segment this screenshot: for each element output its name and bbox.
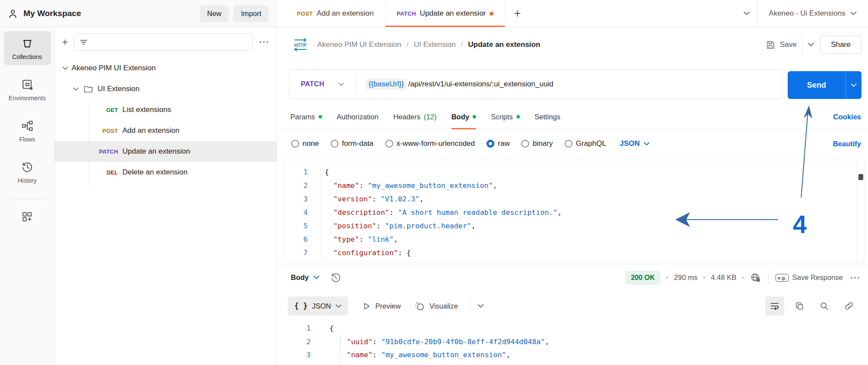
request-name: Update an extension — [122, 147, 190, 156]
response-view-selector[interactable]: Body — [291, 273, 319, 282]
tab-label: Authorization — [337, 113, 378, 121]
workspace-header: My Workspace New Import — [0, 0, 277, 27]
method-selector[interactable]: PATCH — [289, 80, 324, 88]
radio-icon[interactable] — [385, 140, 393, 148]
request-body-editor[interactable]: 1{2 "name": "my_awesome_button_extension… — [285, 160, 865, 262]
save-button[interactable]: Save — [766, 40, 797, 50]
rail-item-environments[interactable]: Environments — [4, 72, 51, 106]
collection-name: Akeneo PIM UI Extension — [72, 64, 156, 72]
line-number: 4 — [285, 206, 308, 219]
code-line: 1{ — [285, 322, 865, 335]
status-badge[interactable]: 200 OK — [625, 271, 661, 285]
rail-item-history[interactable]: History — [4, 155, 51, 189]
radio-icon[interactable] — [487, 140, 494, 148]
left-rail: CollectionsEnvironmentsFlowsHistory — [0, 27, 55, 365]
radio-icon[interactable] — [565, 140, 572, 148]
body-mode-graphql[interactable]: GraphQL — [565, 139, 606, 148]
tree-request-delete-an-extension[interactable]: DELDelete an extension — [55, 162, 276, 183]
body-mode-raw[interactable]: raw — [487, 139, 510, 148]
visualize-button[interactable]: Visualize — [414, 301, 458, 311]
code-line: 4 "type": "link", — [285, 362, 865, 365]
save-response-button[interactable]: e.g. Save Response — [776, 273, 843, 282]
line-number: 3 — [285, 349, 311, 362]
save-dropdown-chevron-icon[interactable] — [808, 43, 814, 47]
tab-list-chevron-icon[interactable] — [736, 0, 757, 27]
response-size[interactable]: 4.48 KB — [711, 273, 736, 282]
rail-label: Environments — [9, 95, 46, 102]
method-chevron-icon[interactable] — [338, 82, 344, 86]
body-mode-binary[interactable]: binary — [521, 139, 552, 148]
request-tab-params[interactable]: Params — [290, 105, 322, 129]
request-tab-settings[interactable]: Settings — [535, 105, 561, 129]
tree-collection-row[interactable]: Akeneo PIM UI Extension — [55, 58, 276, 79]
preview-button[interactable]: Preview — [362, 302, 401, 311]
request-tab-authorization[interactable]: Authorization — [337, 105, 378, 129]
cookies-link[interactable]: Cookies — [833, 105, 861, 129]
person-icon[interactable] — [7, 8, 19, 20]
response-format-label: JSON — [312, 302, 331, 310]
breadcrumb-collection[interactable]: Akeneo PIM UI Extension — [317, 40, 401, 49]
rail-item-flows[interactable]: Flows — [4, 114, 51, 148]
breadcrumb-request[interactable]: Update an extension — [468, 40, 540, 49]
response-history-icon[interactable] — [330, 272, 342, 283]
more-views-chevron-icon[interactable] — [477, 304, 484, 308]
wrap-text-icon[interactable] — [765, 296, 784, 316]
tree-request-list-extensions[interactable]: GETList extensions — [55, 99, 276, 120]
more-options-icon[interactable] — [257, 41, 270, 43]
workspace-title[interactable]: My Workspace — [23, 9, 195, 18]
link-icon[interactable] — [839, 296, 858, 316]
request-tab-body[interactable]: Body — [451, 105, 476, 129]
base-url-variable-chip[interactable]: {{baseUrl}} — [366, 79, 406, 90]
new-button[interactable]: New — [200, 5, 229, 22]
scrollbar-thumb[interactable] — [858, 174, 863, 180]
body-mode-none[interactable]: none — [291, 139, 319, 148]
tree-folder-row[interactable]: UI Extension — [55, 79, 276, 99]
chevron-down-icon[interactable] — [73, 87, 79, 91]
rail-item-collections[interactable]: Collections — [4, 31, 51, 65]
new-tab-button[interactable]: + — [505, 0, 529, 27]
request-subtabs: ParamsAuthorizationHeaders(12)BodyScript… — [277, 105, 868, 129]
tab-label: Params — [290, 113, 315, 121]
add-collection-button[interactable]: + — [61, 36, 69, 48]
configure-sidebar-icon[interactable] — [21, 210, 33, 223]
search-icon[interactable] — [815, 296, 834, 316]
body-language-selector[interactable]: JSON — [620, 139, 650, 148]
radio-icon[interactable] — [521, 140, 529, 148]
response-format-selector[interactable]: { } JSON — [288, 296, 348, 316]
tree-request-add-an-extension[interactable]: POSTAdd an extension — [55, 120, 276, 141]
request-tab-headers[interactable]: Headers(12) — [393, 105, 437, 129]
response-body-viewer[interactable]: 1{2 "uuid": "91b0cdfe-20b9-4f0b-8eff-4f2… — [285, 321, 865, 365]
open-tab-add-an-extension[interactable]: POSTAdd an extension — [277, 0, 385, 27]
line-number: 2 — [285, 179, 308, 192]
line-number: 1 — [285, 322, 311, 335]
code-line: 3 "name": "my_awesome_button_extension", — [285, 349, 865, 362]
beautify-link[interactable]: Beautify — [833, 129, 861, 158]
tab-label: Scripts — [491, 113, 513, 121]
code-line: 3 "version": "V1.02.3", — [285, 192, 864, 206]
radio-icon[interactable] — [291, 140, 299, 148]
response-time[interactable]: 290 ms — [674, 273, 697, 282]
collections-panel: + Akeneo PIM UI Extension — [55, 27, 277, 365]
editor-scrollbar[interactable] — [857, 160, 864, 262]
filter-collections-input[interactable] — [74, 33, 253, 51]
url-path-input[interactable]: /api/rest/v1/ui-extensions/:ui_extension… — [408, 80, 554, 89]
response-more-options-icon[interactable] — [848, 277, 861, 279]
copy-icon[interactable] — [790, 296, 809, 316]
send-button[interactable]: Send — [788, 71, 861, 99]
environment-selector[interactable]: Akeneo - Ui Extensions — [757, 0, 868, 27]
tree-request-update-an-extension[interactable]: PATCHUpdate an extension — [55, 141, 276, 162]
body-mode-form-data[interactable]: form-data — [331, 139, 374, 148]
active-tab-underline — [385, 26, 505, 27]
breadcrumb-folder[interactable]: UI Extension — [414, 40, 455, 49]
response-toolbar: { } JSON Preview Visualize — [277, 291, 868, 321]
example-badge-icon: e.g. — [776, 274, 789, 282]
body-mode-x-www-form-urlencoded[interactable]: x-www-form-urlencoded — [385, 139, 475, 148]
send-options-chevron-icon[interactable] — [846, 71, 861, 99]
request-tab-scripts[interactable]: Scripts — [491, 105, 519, 129]
open-tab-update-an-extension[interactable]: PATCHUpdate an extension — [385, 0, 505, 27]
share-button[interactable]: Share — [820, 36, 861, 54]
network-info-icon[interactable] — [750, 272, 761, 283]
radio-icon[interactable] — [331, 140, 339, 148]
import-button[interactable]: Import — [233, 5, 269, 22]
chevron-down-icon[interactable] — [62, 66, 68, 70]
